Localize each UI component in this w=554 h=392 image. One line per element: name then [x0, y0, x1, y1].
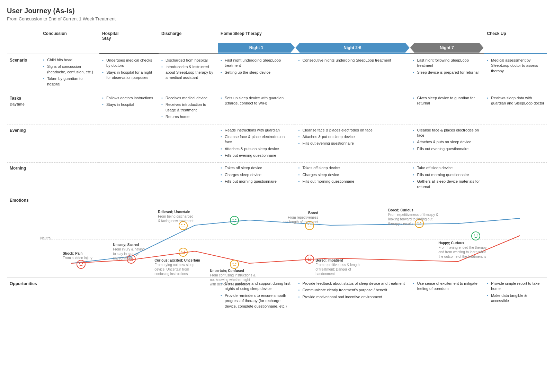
emotions-chart-cell: Neutral Shock; Pain From sudden injury — [40, 194, 547, 277]
tasks-evening-hospital — [99, 125, 159, 163]
emotion-discharge-lower-smiley — [179, 248, 188, 257]
tasks-daytime-concussion — [40, 92, 99, 125]
scenario-row: Scenario Child hits head Signs of concus… — [7, 54, 547, 92]
tasks-evening-night7: Cleanse face & places electrodes on face… — [410, 125, 484, 163]
scenario-checkup: Medical assessment by SleepLoop doctor t… — [484, 54, 547, 92]
tasks-daytime-night7: Gives sleep device to guardian for retur… — [410, 92, 484, 125]
emotions-row: Emotions Neutral Shock — [7, 194, 547, 277]
svg-point-12 — [184, 251, 185, 252]
tasks-daytime-hospital: Follows doctors instructions Stays in ho… — [99, 92, 159, 125]
tasks-morning-checkup — [484, 163, 547, 194]
phase-concussion-header: Concussion — [40, 28, 99, 42]
tasks-daytime-checkup: Reviews sleep data with guardian and Sle… — [484, 92, 547, 125]
opportunities-hospital — [99, 277, 159, 313]
tasks-evening-row: Evening Reads instructions with guardian… — [7, 125, 547, 163]
tasks-morning-concussion — [40, 163, 99, 194]
tasks-morning-label: Morning — [7, 163, 40, 194]
emotion-concussion-smiley — [77, 260, 86, 270]
svg-point-25 — [305, 255, 314, 263]
opportunities-label: Opportunities — [7, 277, 40, 313]
svg-point-17 — [230, 260, 239, 268]
scenario-label: Scenario — [7, 54, 40, 92]
tasks-morning-discharge — [159, 163, 218, 194]
tasks-evening-night26: Cleanse face & places electrodes on face… — [295, 125, 410, 163]
svg-point-10 — [179, 248, 187, 256]
svg-point-27 — [311, 258, 312, 259]
svg-point-33 — [474, 235, 475, 236]
tasks-morning-night1: Takes off sleep device Charges sleep dev… — [218, 163, 295, 194]
opportunities-row: Opportunities Clear guidance and support… — [7, 277, 547, 313]
svg-point-8 — [184, 224, 185, 225]
phase-header-row: Concussion HospitalStay Discharge Home S… — [7, 28, 547, 42]
phase-hospital-header: HospitalStay — [99, 28, 159, 42]
svg-point-14 — [230, 216, 239, 225]
phase-home-sleep-header: Home Sleep Therapy — [218, 28, 484, 42]
svg-point-2 — [82, 263, 83, 264]
tasks-evening-night1: Reads instructions with guardian Cleanse… — [218, 125, 295, 163]
night26-arrow: Night 2-6 — [295, 43, 409, 53]
svg-point-18 — [233, 263, 234, 264]
svg-point-19 — [235, 263, 236, 264]
night1-arrow: Night 1 — [218, 43, 295, 53]
svg-point-16 — [235, 219, 236, 220]
opportunities-checkup: Provide simple report to take home Make … — [484, 277, 547, 313]
tasks-evening-label: Evening — [7, 125, 40, 163]
tasks-daytime-row: Tasks Daytime Follows doctors instructio… — [7, 92, 547, 125]
tasks-morning-row: Morning Takes off sleep device Charges s… — [7, 163, 547, 194]
scenario-night26: Consecutive nights undergoing SleepLoop … — [295, 54, 410, 92]
tasks-daytime-discharge: Receives medical device Receives introdu… — [159, 92, 218, 125]
night7-arrow: Night 7 — [410, 43, 484, 53]
svg-point-32 — [472, 232, 480, 240]
svg-point-1 — [79, 263, 80, 264]
page-title: User Journey (As-Is) — [7, 7, 547, 15]
svg-point-11 — [181, 251, 182, 252]
scenario-night7: Last night following SleepLoop treatment… — [410, 54, 484, 92]
emotion-hospital-label: Uneasy; Scared From injury & havingto st… — [113, 243, 145, 261]
svg-point-0 — [77, 260, 85, 268]
scenario-night1: First night undergoing SleepLoop treatme… — [218, 54, 295, 92]
scenario-discharge: Discharged from hospital Introduced to &… — [159, 54, 218, 92]
tasks-evening-discharge — [159, 125, 218, 163]
svg-point-26 — [308, 258, 309, 259]
scenario-concussion: Child hits head Signs of concussion (hea… — [40, 54, 99, 92]
tasks-morning-night26: Takes off sleep device Charges sleep dev… — [295, 163, 410, 194]
emotion-night7-lower-label: Happy; Curious From having ended the the… — [438, 241, 486, 259]
svg-point-7 — [181, 224, 182, 225]
emotion-night7-upper-label: Bored; Curious From repetitiveness of th… — [388, 208, 438, 226]
phase-arrow-row: Night 1 Night 2-6 Night 7 — [7, 42, 547, 54]
opportunities-concussion — [40, 277, 99, 313]
emotion-night26-lower-label: Bored; Impatient From repetitiveness & l… — [315, 258, 359, 276]
page-subtitle: From Concussion to End of Current 1 Week… — [7, 16, 547, 21]
tasks-evening-checkup — [484, 125, 547, 163]
emotion-night26-lower-smiley — [305, 255, 314, 264]
scenario-hospital: Undergoes medical checks by doctors Stay… — [99, 54, 159, 92]
tasks-morning-night7: Take off sleep device Fills out morning … — [410, 163, 484, 194]
emotions-label: Emotions — [7, 194, 40, 277]
phase-discharge-header: Discharge — [159, 28, 218, 42]
opportunities-discharge — [159, 277, 218, 313]
opportunities-night26: Provide feedback about status of sleep d… — [295, 277, 410, 313]
svg-point-34 — [477, 235, 478, 236]
emotion-discharge-lower-label: Curious; Excited; Uncertain From trying … — [154, 258, 200, 276]
emotion-night1-lower-smiley — [230, 260, 239, 270]
tasks-daytime-night1: Sets up sleep device with guardian (char… — [218, 92, 295, 125]
tasks-morning-hospital — [99, 163, 159, 194]
emotion-night7-lower-smiley — [471, 231, 480, 241]
svg-point-15 — [233, 219, 234, 220]
tasks-daytime-night26 — [295, 92, 410, 125]
emotion-night26-upper-label: Bored From repetitivenessand length of t… — [283, 211, 318, 224]
emotion-concussion-label: Shock; Pain From sudden injury — [63, 251, 92, 260]
opportunities-night1: Clear guidance and support during first … — [218, 277, 295, 313]
emotion-night1-upper-smiley — [230, 216, 239, 226]
phase-checkup-header: Check Up — [484, 28, 547, 42]
emotion-discharge-upper-label: Relieved; Uncertain From being discharge… — [158, 210, 193, 223]
opportunities-night7: Use sense of excitement to mitigate feel… — [410, 277, 484, 313]
tasks-daytime-label: Tasks Daytime — [7, 92, 40, 125]
tasks-evening-concussion — [40, 125, 99, 163]
